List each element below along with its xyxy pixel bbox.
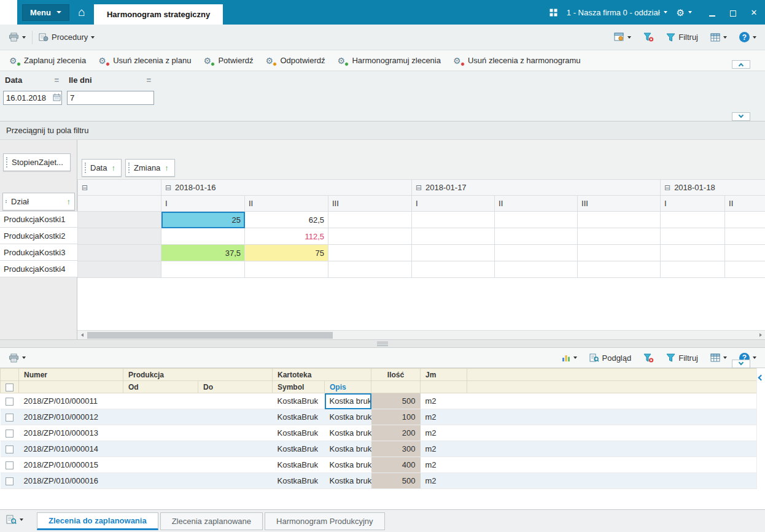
cell-od[interactable] [123,409,198,425]
row-checkbox[interactable] [6,414,14,422]
filter-equals-icon[interactable]: = [146,75,151,85]
cell-od[interactable] [123,441,198,457]
pivot-cell[interactable] [578,245,661,261]
select-all-checkbox[interactable] [6,384,14,391]
cell-opis-selected[interactable]: Kostka bruk [325,393,371,409]
pivot-cell[interactable] [578,212,661,228]
cell-do[interactable] [198,425,273,441]
cell-ilosc[interactable]: 400 [371,457,421,473]
row-checkbox[interactable] [6,477,14,485]
cell-symbol[interactable]: KostkaBruk [273,441,325,457]
pivot-cell[interactable] [328,245,412,261]
cell-do[interactable] [198,393,273,409]
scroll-left-button[interactable] [77,331,87,339]
cell-numer[interactable]: 2018/ZP/010/000011 [19,393,123,409]
cell-symbol[interactable]: KostkaBruk [273,425,325,441]
pivot-cell[interactable] [412,228,495,245]
pivot-column-field-zmiana-chip[interactable]: Zmiana ↑ [125,159,175,177]
cell-od[interactable] [123,393,198,409]
pivot-cell[interactable] [578,261,661,278]
pivot-cell-selected[interactable]: 25 [161,212,245,228]
filter-orders-button[interactable]: Filtruj [662,350,702,366]
cell-numer[interactable]: 2018/ZP/010/000016 [19,473,123,489]
pivot-column-group-2018-01-17[interactable]: ⊟2018-01-17 [412,180,661,196]
pivot-horizontal-scrollbar[interactable] [77,330,765,339]
cell-numer[interactable]: 2018/ZP/010/000012 [19,409,123,425]
column-header-symbol[interactable]: Symbol [273,381,325,393]
cell-opis[interactable]: Kostka bruk [325,457,371,473]
procedures-button[interactable]: Procedury [35,29,98,45]
pivot-cell[interactable] [412,261,495,278]
column-header-numer[interactable]: Numer [19,369,123,381]
grid-settings-button[interactable] [707,29,731,45]
pivot-cell[interactable] [495,261,578,278]
cell-symbol[interactable]: KostkaBruk [273,457,325,473]
cell-opis[interactable]: Kostka bruk [325,409,371,425]
pivot-subheader[interactable]: III [578,196,661,212]
pivot-subheader[interactable]: II [245,196,328,212]
pivot-cell[interactable] [578,228,661,245]
cell-symbol[interactable]: KostkaBruk [273,409,325,425]
close-button[interactable]: ✕ [750,9,758,17]
cell-jm[interactable]: m2 [421,441,467,457]
chart-button[interactable] [558,350,581,366]
cell-ilosc[interactable]: 500 [371,393,421,409]
tab-zlecenia-zaplanowane[interactable]: Zlecenia zaplanowane [160,512,263,530]
cell-do[interactable] [198,441,273,457]
collapse-right-panel-button[interactable] [756,368,765,488]
cell-od[interactable] [123,457,198,473]
pivot-cell[interactable] [661,261,725,278]
pivot-cell[interactable] [495,228,578,245]
cell-ilosc[interactable]: 200 [371,425,421,441]
action-odpotwierdz[interactable]: ⚙ Odpotwierdź [260,52,330,69]
cell-ilosc[interactable]: 300 [371,441,421,457]
pivot-cell[interactable] [328,212,412,228]
print-orders-button[interactable] [5,350,29,366]
minimize-button[interactable] [709,9,716,17]
cell-jm[interactable]: m2 [421,457,467,473]
days-input[interactable] [67,91,154,105]
cell-opis[interactable]: Kostka bruk [325,473,371,489]
pivot-subheader[interactable]: II [495,196,578,212]
collapse-box-icon[interactable]: ⊟ [664,183,670,192]
action-usun-zlecenia-z-planu[interactable]: ⚙ Usuń zlecenia z planu [93,52,196,69]
pivot-row-field-dzial-chip[interactable]: Dział ↑ [2,193,75,210]
column-header-opis[interactable]: Opis [325,381,371,393]
pivot-subheader[interactable]: II [725,196,765,212]
pivot-cell[interactable] [412,245,495,261]
action-zaplanuj-zlecenia[interactable]: ⚙ Zaplanuj zlecenia [4,52,91,69]
filter-equals-icon[interactable]: = [54,75,59,85]
clear-filter-button[interactable] [640,29,658,45]
action-potwierdz[interactable]: ⚙ Potwierdź [198,52,258,69]
cell-opis[interactable]: Kostka bruk [325,425,371,441]
pivot-column-group-2018-01-16[interactable]: ⊟2018-01-16 [161,180,412,196]
pivot-filter-drop-zone[interactable]: Przeciągnij tu pola filtru [0,121,765,140]
pivot-cell[interactable] [725,228,765,245]
band-header-kartoteka[interactable]: Kartoteka [273,369,371,381]
grid-settings-orders-button[interactable] [707,350,731,366]
collapse-box-icon[interactable]: ⊟ [82,183,88,192]
pivot-cell[interactable]: 112,5 [245,228,328,245]
cell-ilosc[interactable]: 100 [371,409,421,425]
maximize-button[interactable] [729,9,737,17]
cell-jm[interactable]: m2 [421,409,467,425]
pivot-cell[interactable] [328,228,412,245]
cell-do[interactable] [198,457,273,473]
band-header-produkcja[interactable]: Produkcja [123,369,273,381]
menu-button[interactable]: Menu [22,4,69,21]
tab-harmonogram-produkcyjny[interactable]: Harmonogram Produkcyjny [265,512,385,530]
collapse-params-panel-button[interactable] [732,60,750,69]
cell-od[interactable] [123,473,198,489]
row-checkbox[interactable] [6,430,14,438]
apps-button[interactable] [549,9,557,17]
pivot-subheader[interactable]: III [328,196,412,212]
column-header-jm[interactable]: Jm [421,369,467,381]
pivot-cell[interactable] [725,245,765,261]
column-header-ilosc[interactable]: Ilość [371,369,421,381]
cell-symbol[interactable]: KostkaBruk [273,473,325,489]
cell-numer[interactable]: 2018/ZP/010/000013 [19,425,123,441]
help-button[interactable]: ? [736,29,760,45]
tab-zlecenia-do-zaplanowania[interactable]: Zlecenia do zaplanowania [37,512,158,530]
settings-menu-button[interactable]: ⚙ [677,8,692,17]
row-checkbox[interactable] [6,445,14,453]
